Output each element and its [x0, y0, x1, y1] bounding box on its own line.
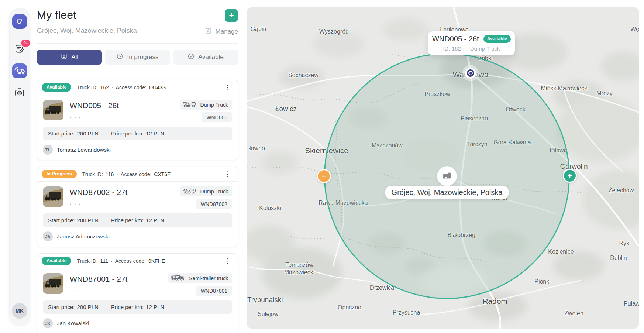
truck-card[interactable]: Available Truck ID:111 · Access code:9KF… [37, 253, 238, 333]
driver-name: Janusz Adamczewski [57, 233, 110, 240]
truck-type-badge: Dump Truck [180, 186, 232, 196]
map-city-label: Gąbin [251, 25, 266, 33]
status-badge: Available [42, 257, 71, 265]
logo-icon [15, 17, 24, 27]
card-menu-button[interactable]: ⋮ [223, 170, 233, 178]
truck-info-popup: WND005 - 26t Available ID: 162 · Dump Tr… [428, 31, 515, 55]
edit-pencil-icon [205, 27, 212, 36]
price-strip: Start price:200 PLN Price per km:12 PLN [43, 127, 232, 140]
tab-all-label: All [71, 54, 78, 61]
tab-in-progress[interactable]: In progress [105, 50, 170, 65]
map-canvas[interactable]: GąbinWyszogródLegionowoWęgrówZąbkiSochac… [247, 7, 639, 329]
card-menu-button[interactable]: ⋮ [223, 257, 233, 265]
fleet-base-marker[interactable] [437, 166, 457, 186]
driver-row: JA Janusz Adamczewski [37, 227, 238, 247]
marker-ring [467, 69, 474, 77]
add-truck-button[interactable]: + [225, 9, 238, 22]
status-badge: In Progress [42, 170, 77, 178]
truck-location-marker[interactable] [465, 68, 476, 79]
map-city-label: Dęblin [610, 254, 627, 262]
tab-available[interactable]: Available [173, 50, 238, 65]
sidebar-bottom: MK [12, 297, 27, 325]
sidebar-item-fleet[interactable] [12, 63, 27, 78]
map-city-label: Mińsk Mazowiecki [541, 85, 589, 92]
driver-row: TL Tomasz Lewandowski [37, 140, 238, 160]
truck-meta: Truck ID:111 · Access code:9KFHE [77, 258, 165, 264]
tab-all[interactable]: All [37, 50, 102, 65]
map-city-label: Koluszki [259, 205, 281, 212]
radius-decrease-button[interactable]: − [317, 169, 331, 183]
truck-card[interactable]: In Progress Truck ID:116 · Access code:C… [37, 166, 238, 247]
truck-card[interactable]: Available Truck ID:162 · Access code:DU4… [37, 80, 238, 160]
tab-in-progress-label: In progress [127, 54, 158, 61]
sidebar-item-orders[interactable]: 9+ [12, 42, 27, 56]
divider [37, 72, 238, 72]
truck-photo [43, 186, 63, 207]
fleet-location-label: Grójec, Woj. Mazowieckie, Polska [385, 186, 509, 199]
map-city-label: Mrozy [596, 90, 613, 97]
truck-tracking-icon [14, 65, 25, 77]
truck-photo [43, 273, 63, 294]
driver-name: Tomasz Lewandowski [57, 147, 111, 153]
notification-badge: 9+ [21, 39, 31, 47]
truck-plate-badge: WND87001 [196, 286, 232, 296]
truncated-description: · · · [70, 201, 127, 207]
fleet-location: Grójec, Woj. Mazowieckie, Polska [37, 27, 137, 35]
popup-truck-id: ID: 162 [443, 45, 461, 52]
map-city-label: Żelechów [609, 187, 634, 194]
driver-avatar: JA [43, 231, 53, 241]
truck-meta: Truck ID:162 · Access code:DU43S [77, 85, 166, 90]
truck-name: WND005 - 26t [70, 101, 119, 110]
truck-list: Available Truck ID:162 · Access code:DU4… [37, 80, 238, 333]
manage-label: Manage [216, 28, 238, 35]
popup-separator: · [465, 45, 466, 52]
map-city-label: Zwoleń [564, 310, 583, 317]
map-city-label: Ryki [619, 240, 630, 247]
svg-text:$: $ [18, 91, 20, 95]
map-city-label: Węgrów [630, 25, 639, 33]
truck-name: WND87001 - 27t [70, 275, 127, 284]
price-strip: Start price:200 PLN Price per km:12 PLN [43, 213, 232, 227]
truck-name: WND87002 - 27t [70, 188, 127, 197]
card-menu-button[interactable]: ⋮ [223, 83, 233, 92]
map-city-label: Trybunalski [247, 295, 283, 304]
sidebar-item-finance[interactable]: $ [12, 85, 27, 100]
map-city-label: Sulejów [258, 310, 278, 318]
price-strip: Start price:200 PLN Price per km:12 PLN [43, 300, 232, 314]
radius-increase-button[interactable]: + [563, 169, 577, 183]
sidebar-divider [14, 297, 25, 297]
fleet-panel: My fleet Grójec, Woj. Mazowieckie, Polsk… [37, 9, 238, 333]
dump-truck-icon [182, 101, 197, 109]
tab-available-label: Available [198, 54, 224, 61]
driver-name: Jan Kowalski [57, 320, 89, 326]
popup-truck-name: WND005 - 26t [432, 35, 479, 43]
clock-icon [116, 53, 123, 62]
warehouse-icon [442, 171, 452, 182]
truck-type-badge: Dump Truck [180, 100, 232, 110]
map-city-label: Wyszogród [319, 28, 349, 35]
page-title: My fleet [37, 9, 137, 21]
map-city-label: Radom [482, 296, 507, 306]
check-circle-icon [187, 53, 194, 62]
map-city-label: Sochaczew [288, 72, 318, 79]
dump-truck-icon [182, 188, 197, 195]
driver-avatar: JK [43, 318, 53, 328]
semi-trailer-truck-icon [171, 274, 186, 282]
manage-button[interactable]: Manage [205, 27, 238, 36]
map-city-label: Przysucha [393, 309, 420, 316]
map-city-label: Tomaszów Mazowiecki [284, 261, 315, 276]
truck-plate-badge: WND005 [202, 112, 232, 122]
truncated-description: · · · [70, 288, 127, 294]
document-icon [61, 53, 68, 62]
app-logo[interactable] [12, 14, 27, 29]
truck-type-badge: Semi-trailer truck [168, 273, 232, 283]
sidebar-divider [14, 35, 25, 35]
user-avatar[interactable]: MK [12, 303, 27, 319]
status-badge: Available [42, 83, 71, 92]
money-case-icon: $ [14, 87, 25, 99]
popup-status-badge: Available [483, 35, 511, 43]
divider [37, 43, 238, 44]
map-city-label: łowno [249, 145, 265, 152]
map-city-label: Łowicz [275, 104, 297, 113]
truck-meta: Truck ID:116 · Access code:CXT6E [82, 171, 171, 177]
